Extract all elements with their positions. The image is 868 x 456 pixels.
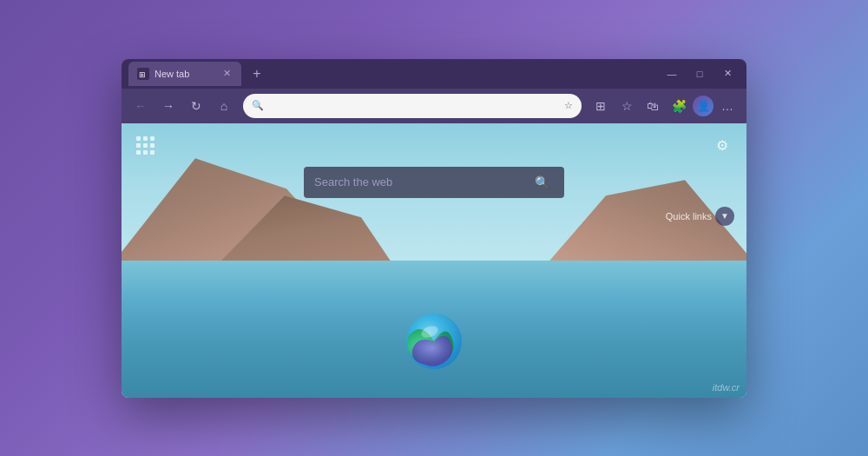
search-bar[interactable]: 🔍 <box>304 167 564 198</box>
browser-window: ⊞ New tab ✕ + — □ ✕ ← → ↻ ⌂ 🔍 ☆ ⊞ ☆ � <box>122 59 746 398</box>
search-container: 🔍 <box>304 167 564 198</box>
quick-links-toggle-button[interactable]: ▼ <box>715 207 734 226</box>
favorites-button[interactable]: ☆ <box>615 94 639 118</box>
browser-tab[interactable]: ⊞ New tab ✕ <box>128 62 241 86</box>
address-bar[interactable]: 🔍 ☆ <box>243 94 582 118</box>
window-controls: — □ ✕ <box>660 65 740 83</box>
tab-close-button[interactable]: ✕ <box>220 68 233 80</box>
search-button[interactable]: 🔍 <box>529 170 554 195</box>
tab-title: New tab <box>155 69 215 79</box>
shopping-button[interactable]: 🛍 <box>641 94 665 118</box>
svg-text:⊞: ⊞ <box>139 70 146 79</box>
more-button[interactable]: … <box>715 94 740 118</box>
watermark: itdw.cr <box>713 382 740 393</box>
apps-grid-icon <box>136 136 155 155</box>
collections-button[interactable]: ⊞ <box>589 94 613 118</box>
maximize-button[interactable]: □ <box>687 65 712 83</box>
nav-bar: ← → ↻ ⌂ 🔍 ☆ ⊞ ☆ 🛍 🧩 👤 … <box>122 89 746 123</box>
tab-area: ⊞ New tab ✕ + <box>128 62 660 86</box>
page-settings-button[interactable]: ⚙ <box>710 134 734 158</box>
toolbar-icons: ⊞ ☆ 🛍 🧩 👤 … <box>589 94 740 118</box>
new-tab-button[interactable]: + <box>245 62 269 86</box>
back-button[interactable]: ← <box>128 94 153 118</box>
quick-links-label: Quick links <box>666 211 712 221</box>
page-content: ⚙ 🔍 Quick links ▼ <box>122 123 746 398</box>
page-toolbar: ⚙ <box>122 134 746 158</box>
address-input[interactable] <box>269 100 559 112</box>
edge-logo <box>404 311 464 372</box>
forward-button[interactable]: → <box>156 94 181 118</box>
tab-favicon-icon: ⊞ <box>137 68 149 80</box>
favorites-star-icon[interactable]: ☆ <box>564 100 573 111</box>
lock-icon: 🔍 <box>252 100 264 111</box>
close-button[interactable]: ✕ <box>715 65 740 83</box>
minimize-button[interactable]: — <box>660 65 684 83</box>
title-bar: ⊞ New tab ✕ + — □ ✕ <box>122 59 746 89</box>
search-input[interactable] <box>314 175 523 188</box>
apps-button[interactable] <box>134 134 158 158</box>
home-button[interactable]: ⌂ <box>212 94 236 118</box>
extensions-button[interactable]: 🧩 <box>667 94 691 118</box>
quick-links: Quick links ▼ <box>666 207 734 226</box>
profile-button[interactable]: 👤 <box>693 96 713 116</box>
refresh-button[interactable]: ↻ <box>184 94 208 118</box>
